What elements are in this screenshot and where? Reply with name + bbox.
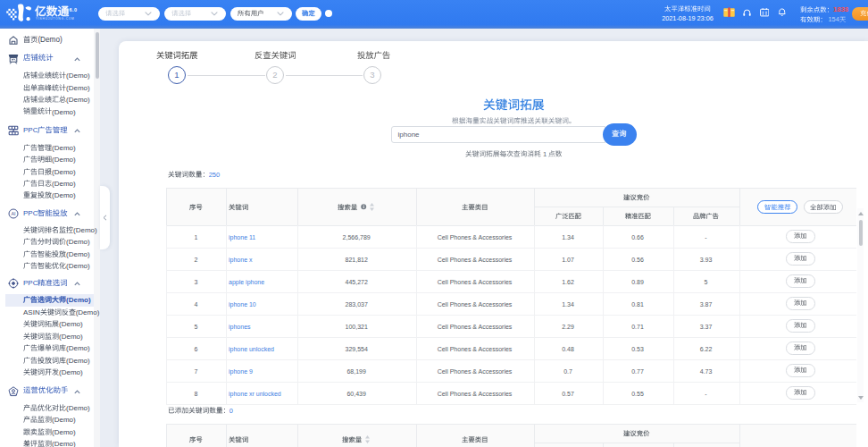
svg-text:AI: AI (11, 211, 15, 216)
